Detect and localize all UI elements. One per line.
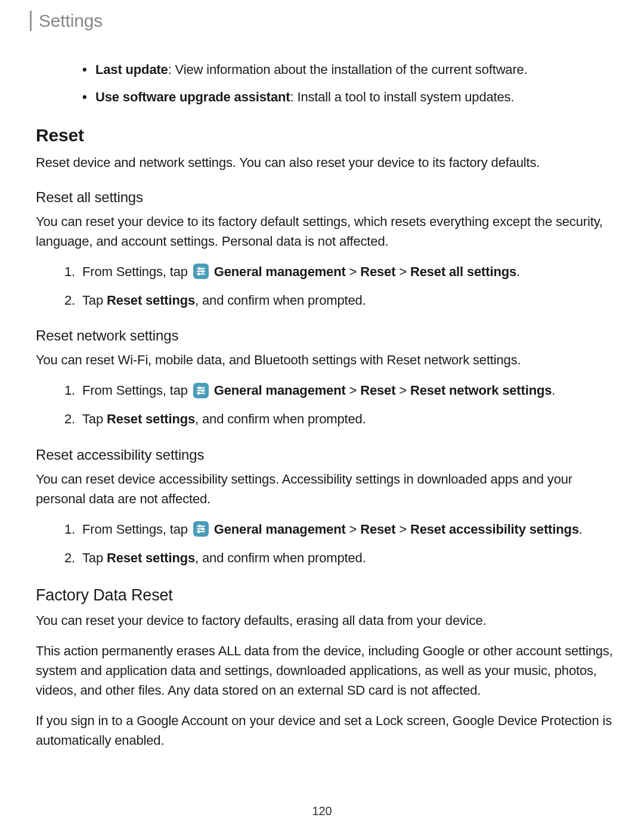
page-content: Last update: View information about the …	[30, 60, 614, 750]
page-number: 120	[312, 804, 332, 818]
sliders-icon	[193, 264, 209, 279]
svg-point-11	[198, 392, 200, 394]
bullet-label: Use software upgrade assistant	[95, 89, 290, 104]
reset-all-intro: You can reset your device to its factory…	[36, 212, 614, 251]
svg-point-13	[199, 525, 200, 527]
factory-p3: If you sign in to a Google Account on yo…	[36, 711, 614, 750]
reset-network-heading: Reset network settings	[36, 327, 614, 344]
reset-network-intro: You can reset Wi-Fi, mobile data, and Bl…	[36, 350, 614, 370]
reset-intro: Reset device and network settings. You c…	[36, 153, 614, 172]
bullet-text: : Install a tool to install system updat…	[290, 89, 515, 104]
svg-point-5	[198, 273, 200, 275]
step-2: Tap Reset settings, and confirm when pro…	[64, 409, 614, 429]
factory-p2: This action permanently erases ALL data …	[36, 641, 614, 700]
step-1: From Settings, tap General management > …	[64, 262, 614, 282]
reset-accessibility-heading: Reset accessibility settings	[36, 447, 614, 463]
reset-network-steps: From Settings, tap General management > …	[64, 380, 614, 429]
svg-point-15	[202, 528, 203, 529]
intro-bullets: Last update: View information about the …	[82, 60, 614, 107]
bullet-last-update: Last update: View information about the …	[82, 60, 614, 80]
svg-point-1	[199, 268, 200, 270]
step-2: Tap Reset settings, and confirm when pro…	[64, 290, 614, 311]
step-1: From Settings, tap General management > …	[64, 519, 614, 540]
reset-all-steps: From Settings, tap General management > …	[64, 262, 614, 311]
bullet-text: : View information about the installatio…	[168, 62, 528, 77]
sliders-icon	[193, 521, 209, 537]
svg-point-3	[202, 271, 203, 272]
reset-accessibility-intro: You can reset device accessibility setti…	[36, 469, 614, 509]
svg-point-9	[202, 389, 203, 391]
page-title: Settings	[39, 11, 614, 31]
page-header: Settings	[30, 11, 614, 31]
step-1: From Settings, tap General management > …	[64, 380, 614, 401]
reset-heading: Reset	[36, 125, 614, 145]
reset-all-heading: Reset all settings	[36, 189, 614, 206]
bullet-upgrade-assistant: Use software upgrade assistant: Install …	[82, 87, 614, 107]
sliders-icon	[193, 383, 209, 398]
factory-heading: Factory Data Reset	[36, 586, 614, 605]
factory-p1: You can reset your device to factory def…	[36, 611, 614, 630]
bullet-label: Last update	[95, 62, 168, 77]
svg-point-17	[198, 531, 200, 532]
reset-accessibility-steps: From Settings, tap General management > …	[64, 519, 614, 568]
svg-point-7	[199, 387, 200, 389]
step-2: Tap Reset settings, and confirm when pro…	[64, 548, 614, 568]
